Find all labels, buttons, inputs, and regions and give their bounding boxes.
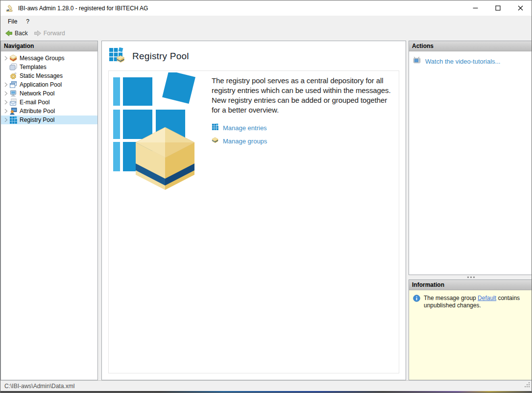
menu-help[interactable]: ? <box>22 17 34 26</box>
title-bar: IBI-aws Admin 1.28.0 - registered for IB… <box>0 0 532 16</box>
information-content: The message group Default contains unpub… <box>409 290 532 380</box>
actions-panel: Actions Watch the video-tut <box>409 41 532 275</box>
back-button[interactable]: Back <box>2 28 31 38</box>
application-pool-icon <box>9 81 17 89</box>
nav-item-label: Network Pool <box>20 90 54 97</box>
taskbar-edge <box>0 391 532 393</box>
status-bar: C:\IBI-aws\Admin\Data.xml <box>0 380 532 391</box>
main-panel: Registry Pool <box>101 41 406 380</box>
chevron-right-icon[interactable] <box>1 117 9 122</box>
forward-button[interactable]: Forward <box>31 28 68 38</box>
main-content-box: The registry pool serves as a central de… <box>108 70 399 373</box>
information-header: Information <box>409 280 532 290</box>
maximize-icon[interactable] <box>486 0 509 16</box>
attribute-pool-icon <box>9 107 17 115</box>
nav-item-registry-pool[interactable]: Registry Pool <box>1 116 97 124</box>
back-label: Back <box>15 30 28 37</box>
main-title-row: Registry Pool <box>102 41 406 70</box>
information-panel: Information The message group Default co… <box>409 279 532 380</box>
window-title: IBI-aws Admin 1.28.0 - registered for IB… <box>18 5 148 12</box>
toolbar: Back Forward <box>0 27 532 39</box>
network-pool-icon <box>9 90 17 97</box>
forward-label: Forward <box>44 30 65 37</box>
manage-entries-grid-icon <box>212 123 218 132</box>
resize-grip-icon[interactable] <box>524 381 531 390</box>
forward-arrow-icon <box>34 29 42 37</box>
registry-pool-illustration <box>109 71 200 373</box>
chevron-right-icon[interactable] <box>1 82 9 87</box>
close-icon[interactable] <box>509 0 532 16</box>
video-tutorials-label: Watch the video-tutorials... <box>425 58 500 65</box>
static-messages-icon <box>9 72 17 80</box>
nav-item-network-pool[interactable]: Network Pool <box>1 89 97 98</box>
right-column: Actions Watch the video-tut <box>409 41 532 380</box>
message-groups-icon <box>9 54 17 62</box>
chevron-right-icon[interactable] <box>1 109 9 114</box>
nav-item-label: Application Pool <box>20 81 62 88</box>
body: Navigation Mess <box>0 39 532 380</box>
nav-item-label: Registry Pool <box>20 116 54 123</box>
nav-item-application-pool[interactable]: Application Pool <box>1 80 97 89</box>
menu-bar: File ? <box>0 16 532 27</box>
video-tutorials-link[interactable]: Watch the video-tutorials... <box>413 56 529 66</box>
main-text-column: The registry pool serves as a central de… <box>200 71 399 373</box>
info-icon <box>413 295 420 304</box>
back-arrow-icon <box>5 29 13 37</box>
manage-links: Manage entries <box>212 123 394 145</box>
minimize-icon[interactable] <box>464 0 486 16</box>
nav-item-label: Static Messages <box>20 72 63 79</box>
registry-pool-icon <box>9 116 17 124</box>
app-stamp-icon <box>5 3 15 13</box>
chevron-right-icon[interactable] <box>1 100 9 105</box>
navigation-header: Navigation <box>1 41 97 51</box>
nav-item-label: Attribute Pool <box>20 108 55 115</box>
default-group-link[interactable]: Default <box>478 295 496 301</box>
templates-icon <box>9 63 17 71</box>
nav-item-static-messages[interactable]: Static Messages <box>1 71 97 80</box>
chevron-right-icon[interactable] <box>1 91 9 96</box>
navigation-tree: Message Groups Templates <box>1 51 97 380</box>
nav-item-label: E-mail Pool <box>20 99 49 106</box>
information-message: The message group Default contains unpub… <box>424 295 522 309</box>
page-title: Registry Pool <box>132 51 189 62</box>
manage-entries-link[interactable]: Manage entries <box>212 123 394 132</box>
info-message-prefix: The message group <box>424 295 478 301</box>
nav-item-message-groups[interactable]: Message Groups <box>1 54 97 63</box>
splitter-handle[interactable] <box>409 275 532 279</box>
actions-content: Watch the video-tutorials... <box>409 51 532 275</box>
window-controls <box>464 0 532 16</box>
app-window: IBI-aws Admin 1.28.0 - registered for IB… <box>0 0 532 393</box>
chevron-right-icon[interactable] <box>1 56 9 61</box>
manage-groups-label: Manage groups <box>223 138 267 145</box>
email-pool-icon <box>9 98 17 106</box>
actions-header: Actions <box>409 41 532 51</box>
manage-entries-label: Manage entries <box>223 124 267 132</box>
registry-pool-description: The registry pool serves as a central de… <box>212 76 394 115</box>
nav-item-attribute-pool[interactable]: Attribute Pool <box>1 107 97 116</box>
video-tutorial-tv-icon <box>413 56 421 66</box>
navigation-panel: Navigation Mess <box>0 41 98 380</box>
menu-file[interactable]: File <box>3 17 22 26</box>
nav-item-label: Message Groups <box>20 55 64 62</box>
nav-item-email-pool[interactable]: E-mail Pool <box>1 98 97 107</box>
nav-item-label: Templates <box>20 64 47 70</box>
manage-groups-box-icon <box>212 137 218 145</box>
data-file-path: C:\IBI-aws\Admin\Data.xml <box>4 383 74 390</box>
manage-groups-link[interactable]: Manage groups <box>212 137 394 145</box>
registry-pool-title-icon <box>109 47 124 65</box>
nav-item-templates[interactable]: Templates <box>1 63 97 71</box>
